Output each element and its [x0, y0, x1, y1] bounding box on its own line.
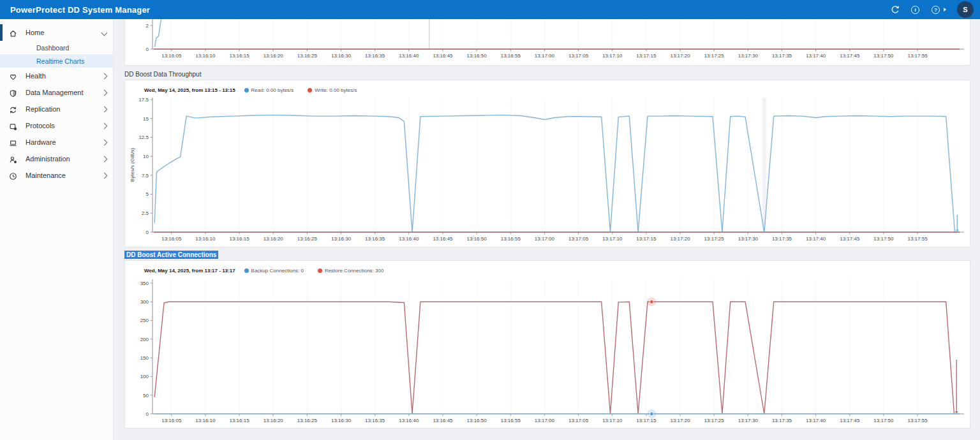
- sidebar-item-maintenance[interactable]: Maintenance: [0, 167, 113, 184]
- legend-dot-read: [244, 88, 249, 92]
- help-caret-icon: [944, 8, 946, 11]
- svg-text:17.5: 17.5: [138, 98, 149, 103]
- svg-text:250: 250: [140, 318, 149, 323]
- legend-row: Wed, May 14, 2025, from 13:17 - 13:17 Ba…: [144, 268, 397, 274]
- svg-text:13:16:10: 13:16:10: [195, 236, 216, 242]
- svg-text:13:16:45: 13:16:45: [433, 418, 453, 423]
- svg-text:12.5: 12.5: [138, 135, 149, 140]
- header-actions: i ? S: [890, 0, 974, 19]
- shield-icon: [9, 89, 17, 97]
- sidebar-item-administration[interactable]: Administration: [0, 150, 113, 167]
- svg-text:13:16:50: 13:16:50: [467, 236, 487, 242]
- svg-text:13:17:50: 13:17:50: [873, 418, 894, 423]
- svg-text:300: 300: [140, 299, 149, 305]
- app-root: { "header": { "title": "PowerProtect DD …: [0, 0, 980, 440]
- chart-title-throughput: DD Boost Data Throughput: [124, 71, 201, 78]
- svg-text:13:17:05: 13:17:05: [568, 418, 589, 423]
- svg-text:13:17:45: 13:17:45: [840, 236, 860, 242]
- svg-text:5: 5: [146, 191, 149, 197]
- chart-panel-top: 13:16:0513:16:1013:16:1513:16:2013:16:25…: [124, 19, 970, 66]
- svg-text:13:16:10: 13:16:10: [195, 418, 216, 423]
- svg-text:13:17:35: 13:17:35: [772, 53, 792, 59]
- svg-text:13:16:35: 13:16:35: [365, 418, 385, 423]
- connections-chart[interactable]: 13:16:0513:16:1013:16:1513:16:2013:16:25…: [125, 279, 971, 427]
- sidebar-item-replication[interactable]: Replication: [0, 101, 113, 117]
- refresh-icon[interactable]: [890, 5, 900, 15]
- svg-text:13:17:15: 13:17:15: [636, 236, 657, 242]
- svg-text:13:17:25: 13:17:25: [704, 236, 725, 242]
- sidebar-item-hardware[interactable]: Hardware: [0, 134, 113, 150]
- chevron-right-icon: [101, 122, 108, 129]
- svg-text:13:16:50: 13:16:50: [467, 53, 487, 59]
- chevron-right-icon: [101, 172, 108, 179]
- top-chart[interactable]: 13:16:0513:16:1013:16:1513:16:2013:16:25…: [125, 19, 971, 66]
- svg-text:13:17:00: 13:17:00: [535, 236, 555, 242]
- svg-text:Bytes/s (GiB/s): Bytes/s (GiB/s): [130, 147, 135, 182]
- sidebar-item-data-management[interactable]: Data Management: [0, 84, 113, 101]
- svg-text:15: 15: [143, 116, 149, 122]
- svg-text:13:17:45: 13:17:45: [840, 53, 860, 59]
- svg-text:13:16:35: 13:16:35: [365, 236, 385, 242]
- legend-item-backup[interactable]: Backup Connections: 0: [244, 268, 304, 274]
- svg-text:13:17:55: 13:17:55: [907, 236, 928, 242]
- svg-text:13:17:00: 13:17:00: [535, 53, 555, 59]
- svg-text:13:17:05: 13:17:05: [568, 53, 589, 59]
- legend-item-restore[interactable]: Restore Connections: 300: [318, 268, 384, 274]
- svg-text:50: 50: [143, 393, 149, 399]
- sidebar-nav: Home Dashboard Realtime Charts Health Da…: [0, 19, 114, 440]
- svg-text:13:16:05: 13:16:05: [161, 236, 182, 242]
- svg-text:13:16:15: 13:16:15: [229, 236, 249, 242]
- hardware-icon: [9, 138, 17, 147]
- sync-icon: [9, 105, 17, 114]
- svg-text:13:16:20: 13:16:20: [264, 236, 284, 242]
- svg-text:13:16:30: 13:16:30: [331, 236, 352, 242]
- legend-row: Wed, May 14, 2025, from 13:15 - 13:15 Re…: [144, 87, 371, 93]
- svg-text:350: 350: [140, 281, 149, 286]
- svg-text:0: 0: [146, 47, 149, 52]
- svg-text:13:17:10: 13:17:10: [602, 236, 623, 242]
- svg-text:13:17:20: 13:17:20: [670, 53, 690, 59]
- chart-timestamp: Wed, May 14, 2025, from 13:17 - 13:17: [144, 268, 235, 274]
- throughput-chart[interactable]: 13:16:0513:16:1013:16:1513:16:2013:16:25…: [125, 98, 971, 244]
- app-title: PowerProtect DD System Manager: [10, 5, 150, 15]
- svg-text:2: 2: [146, 23, 149, 29]
- svg-text:13:16:05: 13:16:05: [161, 418, 182, 423]
- legend-dot-backup: [244, 268, 249, 273]
- svg-text:13:16:20: 13:16:20: [264, 418, 284, 423]
- sidebar-item-dashboard[interactable]: Dashboard: [0, 41, 113, 54]
- chart-panel-throughput: Wed, May 14, 2025, from 13:15 - 13:15 Re…: [124, 80, 970, 247]
- svg-text:13:17:50: 13:17:50: [873, 53, 894, 59]
- svg-text:7.5: 7.5: [142, 173, 149, 179]
- svg-text:13:17:10: 13:17:10: [602, 53, 623, 59]
- legend-dot-restore: [318, 268, 322, 273]
- sidebar-item-realtime-charts[interactable]: Realtime Charts: [0, 54, 113, 68]
- sidebar-item-home[interactable]: Home: [0, 24, 113, 41]
- svg-text:13:16:05: 13:16:05: [161, 53, 182, 59]
- sidebar-item-protocols[interactable]: Protocols: [0, 117, 113, 134]
- home-icon: [9, 29, 17, 37]
- sidebar-item-health[interactable]: Health: [0, 68, 113, 84]
- legend-item-read[interactable]: Read: 0.00 bytes/s: [244, 87, 294, 93]
- svg-text:13:16:15: 13:16:15: [229, 53, 249, 59]
- svg-text:13:17:05: 13:17:05: [568, 236, 589, 242]
- svg-text:13:17:00: 13:17:00: [535, 418, 555, 423]
- svg-text:13:17:40: 13:17:40: [806, 418, 826, 423]
- help-icon[interactable]: ?: [931, 5, 940, 15]
- svg-text:13:16:30: 13:16:30: [331, 418, 352, 423]
- svg-text:13:16:30: 13:16:30: [331, 53, 352, 59]
- svg-text:13:16:15: 13:16:15: [229, 418, 249, 423]
- info-icon[interactable]: i: [910, 5, 920, 15]
- svg-text:13:16:25: 13:16:25: [297, 53, 318, 59]
- svg-text:13:17:15: 13:17:15: [636, 418, 657, 423]
- svg-text:13:16:50: 13:16:50: [467, 418, 487, 423]
- svg-text:13:16:20: 13:16:20: [264, 53, 284, 59]
- user-avatar[interactable]: S: [957, 1, 974, 18]
- svg-text:13:16:40: 13:16:40: [399, 418, 419, 423]
- svg-text:13:16:10: 13:16:10: [195, 53, 216, 59]
- chevron-right-icon: [101, 156, 108, 162]
- svg-text:13:16:55: 13:16:55: [501, 418, 521, 423]
- svg-text:150: 150: [140, 355, 149, 361]
- legend-item-write[interactable]: Write: 0.00 bytes/s: [308, 87, 357, 93]
- svg-text:10: 10: [143, 154, 149, 159]
- active-indicator: [0, 24, 3, 41]
